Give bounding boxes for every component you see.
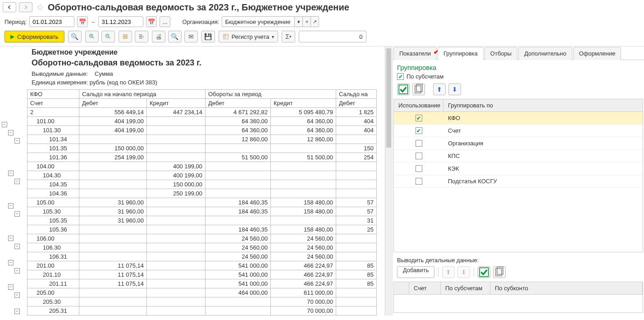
svg-rect-7 [139,38,142,39]
table-row[interactable]: 105.36184 460,35158 480,0025 [27,225,377,234]
tree-expander-icon[interactable] [14,309,20,314]
svg-rect-8 [223,34,228,39]
print-preview-button[interactable]: 🔍 [168,31,182,42]
table-row[interactable]: 105.3531 960,0031 [27,216,377,225]
settings-button[interactable] [119,31,132,42]
forward-button[interactable] [19,2,32,12]
table-row[interactable]: 106.3124 560,0024 560,00 [27,252,377,261]
table-row[interactable]: 101.00404 199,0064 360,0064 360,00404 [27,117,377,126]
grouping-row[interactable]: Счет [394,125,643,137]
settings-dropdown-button[interactable] [135,31,148,42]
table-row[interactable]: 106.3024 560,0024 560,00 [27,243,377,252]
table-row[interactable]: 205.00464 000,00611 000,00 [27,288,377,297]
date-to-picker-icon[interactable]: 📅 [146,16,157,27]
check-icon[interactable] [416,115,422,121]
table-row[interactable]: 104.00400 199,00 [27,162,377,171]
tree-expander-icon[interactable] [8,171,14,176]
tree-expander-icon[interactable] [14,138,20,144]
table-row[interactable]: 201.1011 075,14541 000,00466 224,9785 [27,270,377,279]
report-unit: Единица измерения: рубль (код по ОКЕИ 38… [32,77,388,88]
svg-rect-12 [480,268,489,277]
table-row[interactable]: 201.1111 075,14541 000,00466 224,9785 [27,279,377,288]
table-row[interactable]: 101.35150 000,00150 [27,144,377,153]
table-row[interactable]: 105.0031 960,00184 460,35158 480,0057 [27,198,377,207]
grouping-row[interactable]: Подстатья КОСГУ [394,175,643,188]
table-row[interactable]: 105.3031 960,00184 460,35158 480,0057 [27,207,377,216]
email-button[interactable]: ✉ [184,31,198,42]
tree-expander-icon[interactable] [14,211,20,217]
tree-expander-icon[interactable] [8,236,14,241]
tab-grouping[interactable]: Группировка [438,47,484,60]
grouping-row[interactable]: КЭК [394,162,643,175]
tree-expander-icon[interactable] [14,292,20,298]
save-button[interactable]: 💾 [201,31,215,42]
tree-expander-icon[interactable] [8,284,14,290]
detail-copy-button[interactable] [493,266,506,278]
back-button[interactable] [3,2,16,12]
period-dialog-button[interactable]: ... [160,16,170,27]
table-row[interactable]: 106.0024 560,0024 560,00 [27,234,377,243]
tab-filters[interactable]: Отборы [484,47,517,60]
check-icon[interactable] [416,140,422,147]
print-button[interactable]: 🖨 [152,31,165,42]
tree-expander-icon[interactable] [14,179,20,184]
tree-expander-icon[interactable] [8,130,14,135]
toggle-all-button[interactable] [397,83,410,95]
table-row[interactable]: 205.3170 000,00 [27,306,377,315]
table-row[interactable]: 104.36250 199,00 [27,189,377,198]
svg-rect-3 [123,36,128,37]
sum-button[interactable]: Σ▾ [282,31,295,42]
detail-up-button[interactable]: ⬆ [442,266,455,278]
report-grid[interactable]: КФО Сальдо на начало периода Обороты за … [27,89,377,315]
check-icon[interactable] [416,165,422,172]
date-from-field[interactable] [29,16,74,27]
check-icon[interactable] [416,178,422,185]
date-to-field[interactable] [98,16,143,27]
detail-body[interactable] [393,295,643,313]
check-icon[interactable] [416,127,422,134]
table-row[interactable]: 101.36254 199,0051 500,0051 500,00254 [27,153,377,162]
org-dropdown-icon[interactable]: ▾ [295,16,303,27]
by-subaccounts-checkbox[interactable]: По субсчетам [393,72,644,83]
tree-expander-icon[interactable] [8,260,14,265]
table-row[interactable]: 205.3070 000,00 [27,297,377,306]
tab-design[interactable]: Оформление [573,47,621,60]
move-up-button[interactable]: ⬆ [433,83,446,95]
report-org: Бюджетное учреждение [32,48,388,56]
table-row[interactable]: 101.30404 199,0064 360,0064 360,00404 [27,126,377,135]
detail-checkall-button[interactable] [478,266,490,278]
org-clear-icon[interactable]: × [303,16,311,27]
table-row[interactable]: 104.30400 199,00 [27,171,377,180]
expand-all-button[interactable] [85,31,99,42]
grouping-row[interactable]: КПС [394,150,643,162]
svg-rect-2 [123,35,128,36]
tree-expander-icon[interactable] [8,203,14,209]
generate-button[interactable]: ▶Сформировать [5,31,64,42]
table-row[interactable]: 2556 449,14447 234,144 671 292,825 095 4… [27,108,377,117]
detail-down-button[interactable]: ⬇ [457,266,470,278]
table-row[interactable]: 201.0011 075,14541 000,00466 224,9785 [27,261,377,270]
grouping-row[interactable]: Организация [394,137,643,150]
org-open-icon[interactable]: ↗ [311,16,319,27]
find-button[interactable]: 🔍 [68,31,82,42]
vertical-scrollbar[interactable] [385,46,392,315]
tab-extra[interactable]: Дополнительно [518,47,572,60]
collapse-all-button[interactable] [101,31,115,42]
table-row[interactable]: 101.3412 860,0012 860,00 [27,135,377,144]
copy-button[interactable] [412,83,425,95]
date-from-picker-icon[interactable]: 📅 [77,16,88,27]
table-row[interactable]: 104.35150 000,00 [27,180,377,189]
grouping-row[interactable]: КФО [394,112,643,125]
check-icon[interactable] [416,153,422,159]
tree-expander-icon[interactable] [14,268,20,274]
table-row[interactable]: 205.50464 000,00464 000,00 [27,315,377,316]
grouping-table[interactable]: ИспользованиеГруппировать по КФОСчетОрга… [393,99,643,252]
org-select[interactable]: Бюджетное учреждение [222,16,295,27]
favorite-star-icon[interactable]: ☆ [35,2,45,13]
tab-indicators[interactable]: Показатели✔ [393,47,437,60]
add-detail-button[interactable]: Добавить [397,266,434,278]
tree-expander-icon[interactable] [2,122,7,127]
move-down-button[interactable]: ⬇ [448,83,461,95]
tree-expander-icon[interactable] [14,244,20,249]
register-dropdown[interactable]: Регистр учета▾ [219,31,279,42]
